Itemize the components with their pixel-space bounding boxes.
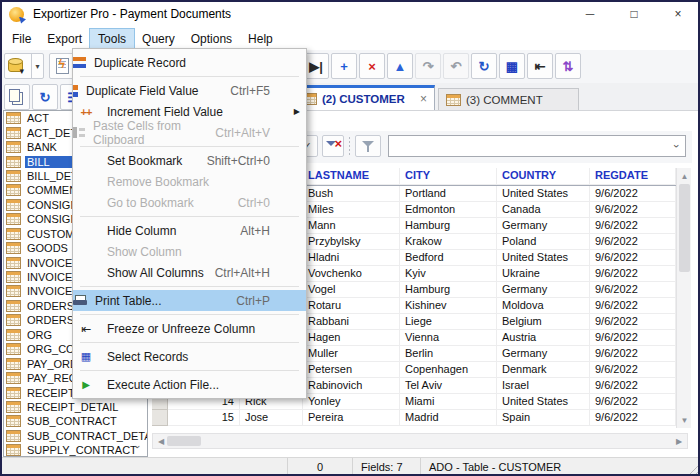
cell-country[interactable]: Germany bbox=[497, 282, 590, 298]
cell-regdate[interactable]: 9/6/2022 bbox=[590, 282, 676, 298]
cell-city[interactable]: Hamburg bbox=[400, 218, 497, 234]
cell-last[interactable]: Vovchenko bbox=[303, 266, 400, 282]
cell-city[interactable]: Madrid bbox=[400, 410, 497, 426]
scroll-down-icon[interactable]: ▼ bbox=[677, 413, 692, 427]
cell-country[interactable]: United States bbox=[497, 394, 590, 410]
scroll-down-icon[interactable]: › bbox=[132, 441, 144, 453]
delete-record-button[interactable]: × bbox=[359, 53, 385, 79]
cell-country[interactable]: Austria bbox=[497, 330, 590, 346]
filter-combobox[interactable]: › bbox=[388, 135, 686, 157]
cell-city[interactable]: Krakow bbox=[400, 234, 497, 250]
column-header-lastname[interactable]: LASTNAME bbox=[303, 168, 400, 185]
cell-regdate[interactable]: 9/6/2022 bbox=[590, 298, 676, 314]
cell-last[interactable]: Hladni bbox=[303, 250, 400, 266]
row-selector-cell[interactable] bbox=[152, 410, 168, 426]
column-header-regdate[interactable]: REGDATE bbox=[590, 168, 676, 185]
scroll-left-icon[interactable]: ◀ bbox=[154, 434, 168, 448]
refresh-data-button[interactable]: ↻ bbox=[32, 84, 58, 110]
cell-regdate[interactable]: 9/6/2022 bbox=[590, 346, 676, 362]
cell-city[interactable]: Liege bbox=[400, 314, 497, 330]
cell-regdate[interactable]: 9/6/2022 bbox=[590, 330, 676, 346]
cell-city[interactable]: Portland bbox=[400, 186, 497, 202]
cell-country[interactable]: Denmark bbox=[497, 362, 590, 378]
cell-country[interactable]: Ukraine bbox=[497, 266, 590, 282]
cell-num[interactable]: 15 bbox=[168, 410, 240, 426]
sidebar-item-sub-contract[interactable]: SUB_CONTRACT bbox=[4, 414, 147, 428]
cell-regdate[interactable]: 9/6/2022 bbox=[590, 266, 676, 282]
cell-city[interactable]: Berlin bbox=[400, 346, 497, 362]
cell-country[interactable]: United States bbox=[497, 186, 590, 202]
cell-city[interactable]: Kyiv bbox=[400, 266, 497, 282]
tab-3-comment[interactable]: (3) COMMENT bbox=[438, 88, 579, 110]
cell-city[interactable]: Vienna bbox=[400, 330, 497, 346]
cell-regdate[interactable]: 9/6/2022 bbox=[590, 186, 676, 202]
cell-last[interactable]: Hagen bbox=[303, 330, 400, 346]
cell-regdate[interactable]: 9/6/2022 bbox=[590, 410, 676, 426]
menu-item-print-table[interactable]: Print Table...Ctrl+P bbox=[73, 290, 306, 311]
dropdown-arrow-icon[interactable]: ▾ bbox=[31, 54, 43, 78]
cell-regdate[interactable]: 9/6/2022 bbox=[590, 218, 676, 234]
cell-country[interactable]: Germany bbox=[497, 346, 590, 362]
cell-last[interactable]: Petersen bbox=[303, 362, 400, 378]
cell-city[interactable]: Kishinev bbox=[400, 298, 497, 314]
export-table-button[interactable]: ▾ bbox=[4, 53, 44, 79]
cell-regdate[interactable]: 9/6/2022 bbox=[590, 250, 676, 266]
resize-grip[interactable] bbox=[686, 462, 698, 474]
menu-file[interactable]: File bbox=[4, 29, 39, 51]
column-header-country[interactable]: COUNTRY bbox=[497, 168, 590, 185]
menu-item-select-records[interactable]: ▦Select Records bbox=[73, 346, 306, 367]
cell-last[interactable]: Rabinovich bbox=[303, 378, 400, 394]
cell-country[interactable]: Israel bbox=[497, 378, 590, 394]
cell-country[interactable]: Canada bbox=[497, 202, 590, 218]
sidebar-item-sub-contract-detail[interactable]: SUB_CONTRACT_DETAIL bbox=[4, 429, 147, 443]
cell-city[interactable]: Tel Aviv bbox=[400, 378, 497, 394]
select-records-button[interactable]: ▦ bbox=[499, 53, 525, 79]
cell-last[interactable]: Rotaru bbox=[303, 298, 400, 314]
freeze-column-button[interactable]: ⇤ bbox=[527, 53, 553, 79]
cell-last[interactable]: Mann bbox=[303, 218, 400, 234]
table-row[interactable]: 15JosePereiraMadridSpain9/6/2022 bbox=[152, 410, 676, 426]
cell-country[interactable]: Spain bbox=[497, 410, 590, 426]
cell-country[interactable]: United States bbox=[497, 250, 590, 266]
post-edit-button[interactable]: ▲ bbox=[387, 53, 413, 79]
scroll-right-icon[interactable]: ▶ bbox=[672, 434, 686, 448]
cell-city[interactable]: Miami bbox=[400, 394, 497, 410]
menu-item-execute-action-file[interactable]: ▶Execute Action File... bbox=[73, 374, 306, 395]
insert-record-button[interactable]: + bbox=[331, 53, 357, 79]
cell-city[interactable]: Edmonton bbox=[400, 202, 497, 218]
vertical-scrollbar[interactable]: ▲ ▼ bbox=[676, 168, 691, 428]
cell-regdate[interactable]: 9/6/2022 bbox=[590, 378, 676, 394]
menu-item-set-bookmark[interactable]: Set BookmarkShift+Ctrl+0 bbox=[73, 150, 306, 171]
cell-first[interactable]: Jose bbox=[240, 410, 303, 426]
horizontal-scrollbar[interactable]: ◀ ▶ bbox=[152, 433, 688, 449]
cell-city[interactable]: Copenhagen bbox=[400, 362, 497, 378]
refresh-button[interactable]: ↻ bbox=[471, 53, 497, 79]
cell-city[interactable]: Bedford bbox=[400, 250, 497, 266]
menu-item-freeze-or-unfreeze-column[interactable]: ⇤Freeze or Unfreeze Column bbox=[73, 318, 306, 339]
horizontal-scroll-thumb[interactable] bbox=[167, 436, 201, 446]
sidebar-item-receipt-detail[interactable]: RECEIPT_DETAIL bbox=[4, 400, 147, 414]
vertical-scroll-thumb[interactable] bbox=[679, 184, 690, 272]
cell-country[interactable]: Moldova bbox=[497, 298, 590, 314]
cell-regdate[interactable]: 9/6/2022 bbox=[590, 314, 676, 330]
cell-country[interactable]: Poland bbox=[497, 234, 590, 250]
cell-last[interactable]: Bush bbox=[303, 186, 400, 202]
cell-country[interactable]: Germany bbox=[497, 218, 590, 234]
cell-last[interactable]: Rabbani bbox=[303, 314, 400, 330]
column-header-city[interactable]: CITY bbox=[400, 168, 497, 185]
menu-item-hide-column[interactable]: Hide ColumnAlt+H bbox=[73, 220, 306, 241]
cell-last[interactable]: Miles bbox=[303, 202, 400, 218]
menu-item-duplicate-field-value[interactable]: Duplicate Field ValueCtrl+F5 bbox=[73, 80, 306, 101]
close-tab-icon[interactable]: × bbox=[420, 92, 427, 106]
sidebar-item-supply-contract[interactable]: SUPPLY_CONTRACT bbox=[4, 443, 147, 457]
cell-country[interactable]: Belgium bbox=[497, 314, 590, 330]
tab-2-customer[interactable]: (2) CUSTOMER× bbox=[294, 85, 435, 110]
sort-records-button[interactable]: ⇅ bbox=[555, 53, 581, 79]
cell-regdate[interactable]: 9/6/2022 bbox=[590, 362, 676, 378]
maximize-button[interactable]: □ bbox=[612, 0, 656, 28]
filter-button[interactable] bbox=[355, 135, 381, 157]
cell-last[interactable]: Przybylsky bbox=[303, 234, 400, 250]
cell-regdate[interactable]: 9/6/2022 bbox=[590, 234, 676, 250]
cell-last[interactable]: Vogel bbox=[303, 282, 400, 298]
cell-last[interactable]: Yonley bbox=[303, 394, 400, 410]
